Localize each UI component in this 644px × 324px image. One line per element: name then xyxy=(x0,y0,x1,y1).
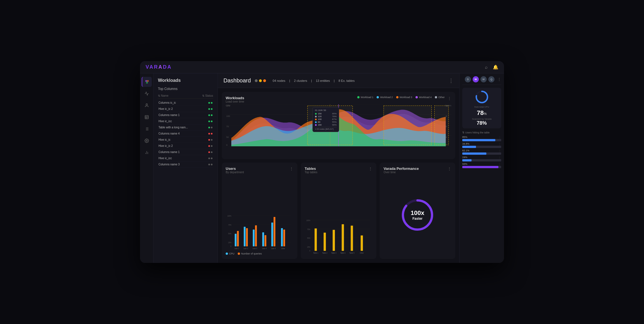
sidebar-item-list[interactable] xyxy=(142,124,152,134)
tooltip-dot-4 xyxy=(315,121,317,123)
workloads-legend: Workload 1 Workload 2 Workload 3 xyxy=(357,96,445,99)
workloads-card-subtitle: Load over time xyxy=(226,100,244,103)
svg-rect-56 xyxy=(235,234,236,246)
progress-bar-fill xyxy=(462,146,476,148)
users-menu-button[interactable]: ⋮ xyxy=(290,166,293,171)
progress-row-menu[interactable]: ⋮ xyxy=(498,156,501,159)
users-legend-queries-dot xyxy=(238,253,240,255)
right-panel: D W M Q ⋮ from total CPU 78% Scanned xyxy=(459,73,504,263)
dashboard-menu-button[interactable]: ⋮ xyxy=(449,78,454,84)
svg-point-6 xyxy=(146,104,147,105)
progress-bar-fill xyxy=(462,166,498,168)
column-name: Columns name 4 xyxy=(158,132,180,135)
progress-label-row: 93%⋮ xyxy=(462,163,501,166)
ex-tables-count: 8 Ex. tables xyxy=(339,79,354,82)
bell-icon[interactable]: 🔔 xyxy=(493,64,498,70)
varada-perf-menu-button[interactable]: ⋮ xyxy=(447,166,451,171)
col-header-name: ⇅ Name xyxy=(158,94,168,97)
column-name: Columns name 1 xyxy=(158,151,180,154)
tooltip-val-1: 150 xyxy=(318,112,321,115)
users-card-subtitle: By department xyxy=(226,171,244,174)
search-icon[interactable]: ⌕ xyxy=(485,65,488,70)
varada-perf-label: Faster xyxy=(411,217,424,221)
legend-dot-other xyxy=(435,96,437,98)
svg-rect-66 xyxy=(281,228,283,246)
svg-text:Table 4: Table 4 xyxy=(340,252,346,254)
status-dot xyxy=(208,158,210,159)
tooltip-val-2: 120 xyxy=(318,115,321,118)
status-dot-yellow xyxy=(259,79,262,82)
top-columns-title: Top Columns xyxy=(158,87,213,91)
main-layout: Workloads Top Columns ⇅ Name ⇅ Status Co… xyxy=(140,73,504,263)
status-dot xyxy=(208,102,210,104)
varada-perf-card-header: Varada Performance Over time ⋮ xyxy=(384,166,451,174)
status-dot xyxy=(208,114,210,116)
progress-row-menu[interactable]: ⋮ xyxy=(498,136,501,139)
table-row: Hive ic_icc xyxy=(158,155,213,161)
users-legend-cpu-label: CPU xyxy=(229,252,234,255)
table-row: Columns name 4 xyxy=(158,131,213,137)
table-row: Columns ic_ic xyxy=(158,100,213,106)
progress-row-menu[interactable]: ⋮ xyxy=(498,149,501,152)
sidebar-item-settings[interactable] xyxy=(142,136,152,146)
scanned-label: Scanned by Varada xyxy=(465,118,499,120)
sidebar-item-chart[interactable] xyxy=(142,89,152,99)
right-panel-menu[interactable]: ⋮ xyxy=(497,77,501,82)
sidebar-item-connections[interactable] xyxy=(142,77,152,87)
tables-card: Tables Top tables ⋮ xyxy=(301,163,376,259)
status-dots xyxy=(208,133,213,135)
avatar-m[interactable]: M xyxy=(480,76,487,82)
users-hitting-label-text: Users hitting the table xyxy=(465,131,490,134)
status-dot xyxy=(211,151,213,153)
clusters-count: 2 clusters xyxy=(294,79,307,82)
tables-menu-button[interactable]: ⋮ xyxy=(368,166,372,171)
varada-perf-text: 100x Faster xyxy=(411,209,424,221)
svg-rect-88 xyxy=(361,235,363,251)
workloads-menu-button[interactable]: ⋮ xyxy=(447,96,451,101)
avatar-w[interactable]: W xyxy=(473,76,479,82)
column-name: Columns ic_ic xyxy=(158,101,176,104)
dashboard-area: Dashboard 04 nodes | 2 clusters | 13 ent… xyxy=(218,73,459,263)
dashboard-header: Dashboard 04 nodes | 2 clusters | 13 ent… xyxy=(218,73,459,88)
cpu-from-total-label: from total CPU xyxy=(465,106,499,108)
screen-wrapper: VARADA ⌕ 🔔 xyxy=(140,61,504,263)
varada-perf-value: 100x xyxy=(411,209,424,217)
column-name: Columns name 1 xyxy=(158,114,180,117)
chart-tooltip: 01 JUN '20 150 95% 120 78% xyxy=(312,107,339,132)
legend-label-workload3: Workload 3 xyxy=(400,96,412,99)
svg-rect-65 xyxy=(274,217,275,246)
sidebar-item-tables[interactable] xyxy=(142,112,152,122)
tooltip-row-3: 100 67% xyxy=(315,118,337,121)
tooltip-dot-2 xyxy=(315,116,317,117)
svg-text:Table 1: Table 1 xyxy=(313,252,318,254)
legend-workload1: Workload 1 xyxy=(357,96,373,99)
status-dot xyxy=(208,133,210,135)
status-dot xyxy=(211,133,213,135)
chart-y-axis-right: Nodes xyxy=(445,104,451,107)
progress-row-menu[interactable]: ⋮ xyxy=(498,163,501,166)
avatar-d[interactable]: D xyxy=(465,76,471,82)
logo: VARADA xyxy=(146,64,172,70)
sidebar-item-stats[interactable] xyxy=(142,147,152,158)
svg-rect-59 xyxy=(246,228,248,246)
sidebar-item-users[interactable] xyxy=(142,100,152,110)
status-dots xyxy=(208,151,213,153)
users-legend: CPU Number of queries xyxy=(226,252,293,255)
dash-meta: 04 nodes | 2 clusters | 13 entities | 8 … xyxy=(273,79,355,82)
progress-row-item: 62.1%⋮ xyxy=(462,149,501,155)
progress-label: 62.1% xyxy=(462,149,470,152)
svg-text:0: 0 xyxy=(230,245,232,247)
svg-rect-64 xyxy=(271,223,273,246)
progress-row-item: 85%⋮ xyxy=(462,136,501,141)
status-dot xyxy=(211,102,213,104)
cpu-mini-card: from total CPU 78% Scanned by Varada 78% xyxy=(462,88,501,128)
svg-text:0: 0 xyxy=(226,144,228,146)
status-dot xyxy=(211,139,213,141)
workloads-card-titles: Workloads Load over time xyxy=(226,96,244,103)
users-hitting-label: ⇅ Users hitting the table xyxy=(462,131,501,134)
status-dots xyxy=(208,102,213,104)
avatar-q[interactable]: Q xyxy=(488,76,494,82)
table-row: Columns name 3 xyxy=(158,161,213,168)
progress-row-menu[interactable]: ⋮ xyxy=(498,143,501,146)
status-dot xyxy=(208,164,210,165)
